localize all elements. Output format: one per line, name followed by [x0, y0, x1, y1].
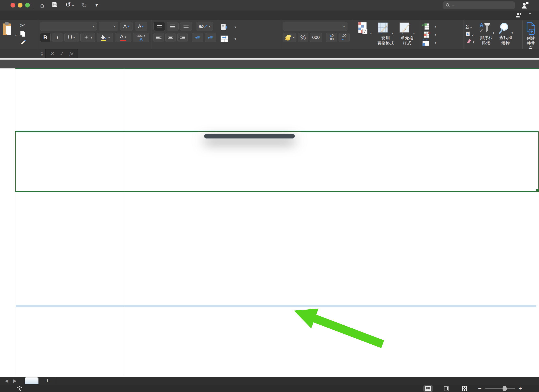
italic-button[interactable]: I: [52, 33, 63, 42]
insert-cells-button[interactable]: ▾: [422, 23, 461, 30]
svg-text:A: A: [480, 22, 484, 28]
name-box-stepper[interactable]: ▲▼: [40, 51, 43, 57]
styles-group: ≠▾ ▾ 套用表格格式 ▾ 单元格样式: [352, 20, 420, 49]
zoom-in-button[interactable]: +: [518, 385, 522, 392]
merge-center-button[interactable]: ▾: [220, 34, 279, 44]
format-as-table-label: 套用表格格式: [377, 35, 394, 46]
align-middle-button[interactable]: [167, 22, 178, 31]
ribbon-tab-row: [0, 10, 539, 20]
svg-text:Z: Z: [480, 28, 483, 34]
page-layout-view-button[interactable]: [442, 385, 451, 392]
align-center-button[interactable]: [165, 33, 176, 42]
clear-button[interactable]: ▾: [466, 39, 475, 44]
orientation-button[interactable]: ab↗▾: [196, 22, 213, 31]
next-sheet-icon[interactable]: ▶: [13, 378, 17, 383]
search-input[interactable]: ⌄: [443, 1, 515, 9]
bold-button[interactable]: B: [40, 33, 51, 42]
ribbon: ▾ ✂ ▾: [0, 20, 539, 49]
sheet-tab-bar: ◀ ▶ +: [0, 377, 539, 385]
format-as-table-button[interactable]: ▾ 套用表格格式: [377, 22, 394, 46]
zoom-out-button[interactable]: −: [478, 385, 482, 392]
wrap-text-button[interactable]: ▾: [220, 22, 279, 32]
align-top-button[interactable]: [154, 22, 165, 31]
formula-bar: ▲▼ ✕ ✓ fx: [0, 49, 539, 58]
insert-function-icon[interactable]: fx: [69, 51, 73, 57]
svg-text:≠: ≠: [364, 29, 366, 34]
font-name-select[interactable]: ▾: [40, 22, 97, 31]
increase-decimal-button[interactable]: ◂.0.00: [326, 33, 337, 42]
align-bottom-button[interactable]: [180, 22, 192, 31]
divider: [56, 378, 56, 384]
zoom-slider[interactable]: [485, 388, 515, 389]
borders-button[interactable]: ▾: [80, 33, 96, 42]
currency-format-button[interactable]: ▾: [283, 33, 296, 42]
confirm-entry-icon[interactable]: ✓: [60, 51, 64, 57]
minimize-window-button[interactable]: [18, 3, 23, 8]
accessibility-icon: [17, 386, 22, 391]
undo-button[interactable]: ↺▾: [65, 1, 74, 10]
selection-fill-handle[interactable]: [536, 189, 539, 193]
excel-window: ⌂ ↺▾ ↻ ▼̄ ⌄ ⌃: [0, 0, 539, 392]
cell-styles-label: 单元格样式: [399, 35, 415, 46]
svg-text:x: x: [428, 31, 429, 35]
prev-sheet-icon[interactable]: ◀: [5, 378, 8, 383]
find-select-button[interactable]: ▾ 查找和选择: [498, 22, 513, 45]
conditional-formatting-button[interactable]: ≠▾: [357, 22, 372, 46]
sort-filter-button[interactable]: AZ▾ 排序和筛选: [478, 22, 495, 45]
align-left-button[interactable]: [154, 33, 164, 42]
status-bar: − +: [0, 385, 539, 392]
titlebar: ⌂ ↺▾ ↻ ▼̄ ⌄: [0, 0, 539, 11]
editing-group: Σ▾ ▾ ▾ AZ▾ 排序和筛选 ▾ 查找和选择: [463, 20, 523, 49]
grand-total-top-strip: [16, 305, 536, 307]
fill-color-button[interactable]: ▾: [97, 33, 113, 42]
number-format-select[interactable]: ▾: [283, 22, 347, 31]
decrease-indent-button[interactable]: ◂≡: [192, 33, 203, 42]
wrap-merge-group: ▾ ▾: [218, 20, 281, 49]
account-icon[interactable]: [521, 1, 529, 10]
column-headers: [0, 60, 539, 68]
maximize-window-button[interactable]: [25, 3, 30, 8]
accessibility-status[interactable]: [17, 386, 24, 391]
format-cells-button-ribbon[interactable]: ▾: [422, 39, 461, 46]
sheet-tab-active[interactable]: [25, 377, 38, 384]
zoom-slider-thumb[interactable]: [503, 386, 507, 391]
paste-button[interactable]: ▾: [2, 22, 17, 38]
comma-format-button[interactable]: 000: [310, 33, 322, 42]
cell-styles-button[interactable]: ▾ 单元格样式: [399, 22, 415, 46]
fill-button[interactable]: ▾: [466, 31, 475, 38]
cells-group: ▾ x ▾ ▾: [420, 20, 463, 49]
decrease-font-button[interactable]: A▼: [135, 22, 147, 31]
increase-font-button[interactable]: A▲: [120, 22, 133, 31]
copy-icon[interactable]: [20, 31, 26, 38]
context-menu: [204, 134, 295, 139]
page-break-view-button[interactable]: [460, 385, 469, 392]
autosum-button[interactable]: Σ▾: [466, 23, 475, 30]
redo-button[interactable]: ↻: [82, 1, 87, 9]
clipboard-group: ▾ ✂: [0, 20, 38, 49]
normal-view-button[interactable]: [424, 385, 433, 392]
name-box[interactable]: ▲▼: [0, 49, 46, 58]
font-color-button[interactable]: A▾: [115, 33, 131, 42]
close-window-button[interactable]: [10, 3, 15, 8]
percent-format-button[interactable]: %: [298, 33, 308, 42]
formula-input[interactable]: [78, 49, 539, 58]
add-sheet-button[interactable]: +: [46, 377, 49, 384]
customize-toolbar-button[interactable]: ▼̄: [95, 1, 99, 9]
increase-indent-button[interactable]: ▸≡: [205, 33, 216, 42]
gridline: [124, 68, 124, 375]
decrease-decimal-button[interactable]: .00▸.0: [339, 33, 350, 42]
format-painter-icon[interactable]: [20, 39, 26, 46]
delete-cells-button[interactable]: x ▾: [422, 31, 461, 38]
home-icon[interactable]: ⌂: [40, 1, 44, 9]
cancel-entry-icon[interactable]: ✕: [50, 51, 54, 57]
collapse-ribbon-icon[interactable]: ⌃: [528, 12, 532, 18]
find-select-label: 查找和选择: [498, 35, 513, 45]
phonetic-guide-button[interactable]: abc▾A: [133, 33, 149, 42]
font-size-select[interactable]: ▾: [99, 22, 118, 31]
cut-icon[interactable]: ✂: [20, 22, 26, 29]
gridline: [16, 68, 16, 375]
align-right-button[interactable]: [177, 33, 188, 42]
divider: [0, 58, 539, 60]
underline-button[interactable]: U▾: [64, 33, 79, 42]
save-icon[interactable]: [52, 1, 58, 9]
